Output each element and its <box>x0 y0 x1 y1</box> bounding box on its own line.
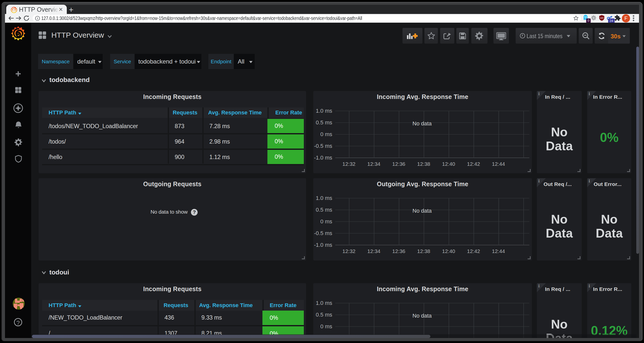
svg-text:UO: UO <box>600 17 604 19</box>
